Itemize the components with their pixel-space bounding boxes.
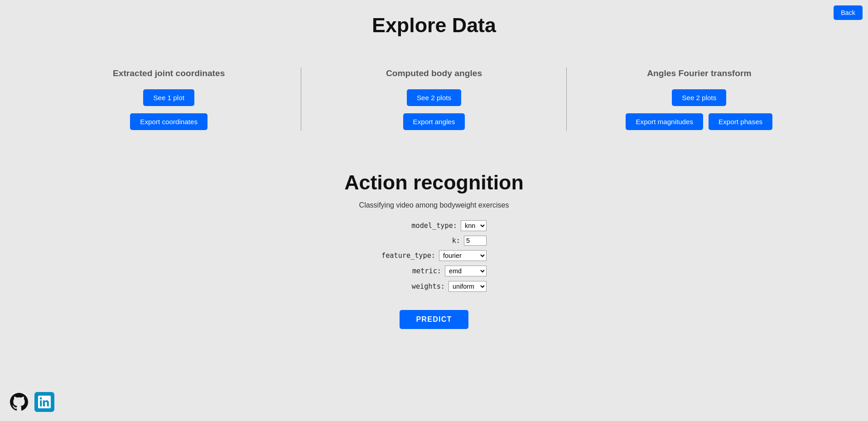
export-phases-button[interactable]: Export phases xyxy=(709,113,772,130)
model-type-label: model_type: xyxy=(411,222,457,230)
github-icon xyxy=(10,393,28,411)
weights-row: weights: uniform distance xyxy=(412,281,487,292)
metric-select[interactable]: emd euclidean cosine xyxy=(445,266,487,276)
explore-column-body-angles: Computed body angles See 2 plots Export … xyxy=(301,59,566,139)
action-recognition-title: Action recognition xyxy=(344,171,524,194)
export-angles-button[interactable]: Export angles xyxy=(403,113,465,130)
fourier-title: Angles Fourier transform xyxy=(647,68,751,78)
footer xyxy=(9,392,54,412)
linkedin-icon xyxy=(38,396,51,408)
k-label: k: xyxy=(452,237,460,245)
action-recognition-subtitle: Classifying video among bodyweight exerc… xyxy=(359,201,509,209)
feature-type-select[interactable]: fourier angles coordinates xyxy=(439,250,487,261)
weights-label: weights: xyxy=(412,282,445,290)
model-type-select[interactable]: knn svm rf xyxy=(461,220,487,231)
explore-column-joint-coordinates: Extracted joint coordinates See 1 plot E… xyxy=(36,59,301,139)
back-button[interactable]: Back xyxy=(834,5,863,20)
page-title: Explore Data xyxy=(0,0,868,55)
metric-label: metric: xyxy=(412,267,441,275)
metric-row: metric: emd euclidean cosine xyxy=(412,266,487,276)
github-link[interactable] xyxy=(9,392,29,412)
see-plots-body-angles-button[interactable]: See 2 plots xyxy=(407,89,461,106)
weights-select[interactable]: uniform distance xyxy=(448,281,487,292)
export-magnitudes-button[interactable]: Export magnitudes xyxy=(626,113,703,130)
action-recognition-section: Action recognition Classifying video amo… xyxy=(0,162,868,338)
explore-column-fourier: Angles Fourier transform See 2 plots Exp… xyxy=(567,59,832,139)
explore-section: Extracted joint coordinates See 1 plot E… xyxy=(0,55,868,144)
body-angles-title: Computed body angles xyxy=(386,68,482,78)
k-input[interactable] xyxy=(464,236,487,246)
see-plots-fourier-button[interactable]: See 2 plots xyxy=(672,89,726,106)
fourier-export-row: Export magnitudes Export phases xyxy=(626,113,772,130)
action-recognition-form: model_type: knn svm rf k: feature_type: … xyxy=(381,220,487,292)
model-type-row: model_type: knn svm rf xyxy=(411,220,487,231)
k-row: k: xyxy=(452,236,487,246)
linkedin-link[interactable] xyxy=(34,392,54,412)
predict-button[interactable]: PREDICT xyxy=(400,310,468,329)
export-coordinates-button[interactable]: Export coordinates xyxy=(130,113,207,130)
see-plot-joint-coordinates-button[interactable]: See 1 plot xyxy=(143,89,194,106)
feature-type-row: feature_type: fourier angles coordinates xyxy=(381,250,487,261)
feature-type-label: feature_type: xyxy=(381,252,435,260)
joint-coordinates-title: Extracted joint coordinates xyxy=(113,68,225,78)
